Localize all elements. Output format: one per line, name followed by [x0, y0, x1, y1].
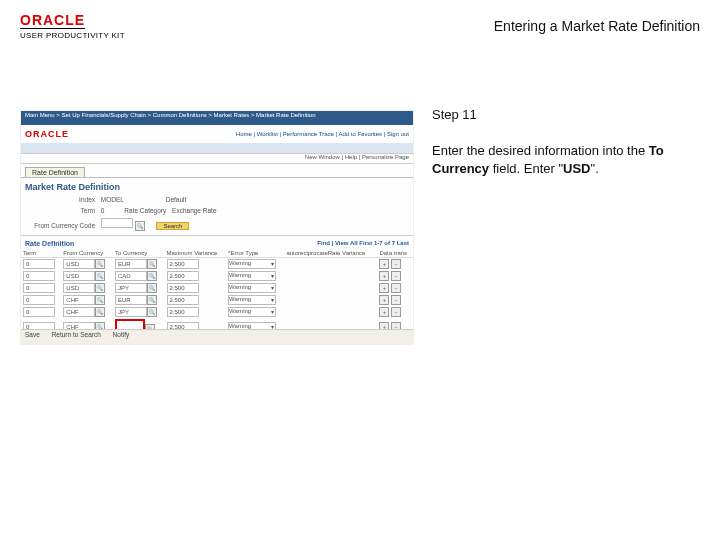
table-row: 0CHF🔍EUR🔍2.500Warning+ − — [21, 294, 413, 306]
rates-heading-text: Rate Definition — [25, 240, 74, 247]
maxvar-input[interactable]: 2.500 — [167, 259, 199, 269]
table-row: 0USD🔍JPY🔍2.500Warning+ − — [21, 282, 413, 294]
lookup-icon[interactable]: 🔍 — [95, 307, 105, 317]
tab-rate-definition[interactable]: Rate Definition — [25, 167, 85, 177]
save-button[interactable]: Save — [25, 331, 40, 338]
notify-button[interactable]: Notify — [113, 331, 130, 338]
lookup-icon[interactable]: 🔍 — [147, 259, 157, 269]
instr-post: ". — [591, 161, 599, 176]
to-cur-input[interactable]: JPY — [115, 307, 147, 317]
errtype-dropdown[interactable]: Warning — [228, 307, 276, 317]
index-label: Index — [25, 196, 95, 203]
maxvar-input[interactable]: 2.500 — [167, 283, 199, 293]
delete-row-icon[interactable]: − — [391, 283, 401, 293]
col-errtype: *Error Type — [226, 249, 284, 258]
section: Market Rate Definition Index MODEL Defau… — [21, 177, 413, 345]
section-title: Market Rate Definition — [21, 178, 413, 194]
lookup-icon[interactable]: 🔍 — [147, 307, 157, 317]
term-input[interactable]: 0 — [23, 295, 55, 305]
from-cur-input[interactable]: USD — [63, 271, 95, 281]
breadcrumb: Main Menu > Set Up Financials/Supply Cha… — [25, 112, 315, 118]
instr-value: USD — [563, 161, 590, 176]
return-button[interactable]: Return to Search — [52, 331, 101, 338]
row-from-cur: From Currency Code 🔍 Search — [21, 216, 413, 233]
app-oracle-logo: ORACLE — [25, 129, 69, 139]
instr-mid: field. Enter " — [489, 161, 563, 176]
app-brand-row: ORACLE Home | Worklist | Performance Tra… — [21, 125, 413, 143]
col-maxvar: Maximum Variance — [165, 249, 227, 258]
search-button[interactable]: Search — [156, 222, 189, 230]
add-row-icon[interactable]: + — [379, 271, 389, 281]
term-input[interactable]: 0 — [23, 259, 55, 269]
errtype-dropdown[interactable]: Warning — [228, 259, 276, 269]
errtype-dropdown[interactable]: Warning — [228, 283, 276, 293]
col-to: To Currency — [113, 249, 165, 258]
instruction-text: Enter the desired information into the T… — [432, 142, 700, 177]
term-label: Term — [25, 207, 95, 214]
from-cur-input[interactable]: USD — [63, 259, 95, 269]
divider — [21, 235, 413, 236]
rates-controls[interactable]: Find | View All First 1-7 of 7 Last — [317, 240, 409, 246]
lookup-icon[interactable]: 🔍 — [95, 259, 105, 269]
index-default: Default — [166, 196, 187, 203]
add-row-icon[interactable]: + — [379, 307, 389, 317]
rates-heading: Rate Definition Find | View All First 1-… — [21, 238, 413, 249]
app-footer: Save Return to Search Notify — [21, 329, 413, 344]
from-cur-input[interactable]: USD — [63, 283, 95, 293]
col-autorecip: autoreciprocateRate Variance — [284, 249, 377, 258]
delete-row-icon[interactable]: − — [391, 271, 401, 281]
lookup-icon[interactable]: 🔍 — [147, 271, 157, 281]
instruction-panel: Step 11 Enter the desired information in… — [432, 107, 700, 177]
lookup-icon[interactable]: 🔍 — [147, 283, 157, 293]
page-title: Entering a Market Rate Definition — [494, 18, 700, 34]
step-label: Step 11 — [432, 107, 700, 122]
term-input[interactable]: 0 — [23, 307, 55, 317]
to-cur-input[interactable]: CAD — [115, 271, 147, 281]
add-row-icon[interactable]: + — [379, 259, 389, 269]
term-input[interactable]: 0 — [23, 271, 55, 281]
to-cur-input[interactable]: JPY — [115, 283, 147, 293]
to-cur-input[interactable]: EUR — [115, 295, 147, 305]
from-cur-label: From Currency Code — [25, 222, 95, 229]
logo-sub: USER PRODUCTIVITY KIT — [20, 31, 125, 40]
to-cur-input[interactable]: EUR — [115, 259, 147, 269]
delete-row-icon[interactable]: − — [391, 307, 401, 317]
row-index: Index MODEL Default — [21, 194, 413, 205]
term-value: 0 — [101, 207, 105, 214]
window-tools[interactable]: New Window | Help | Personalize Page — [21, 153, 413, 164]
table-row: 0CHF🔍JPY🔍2.500Warning+ − — [21, 306, 413, 318]
oracle-logo: ORACLE USER PRODUCTIVITY KIT — [20, 12, 125, 40]
app-subnav — [21, 143, 413, 153]
term-input[interactable]: 0 — [23, 283, 55, 293]
maxvar-input[interactable]: 2.500 — [167, 271, 199, 281]
col-term: Term — [21, 249, 61, 258]
lookup-icon[interactable]: 🔍 — [135, 221, 145, 231]
logo-main: ORACLE — [20, 12, 85, 29]
rate-cat-value: Exchange Rate — [172, 207, 216, 214]
lookup-icon[interactable]: 🔍 — [147, 295, 157, 305]
from-cur-input[interactable]: CHF — [63, 307, 95, 317]
delete-row-icon[interactable]: − — [391, 259, 401, 269]
col-datatrans: Data trans — [377, 249, 413, 258]
app-top-links[interactable]: Home | Worklist | Performance Trace | Ad… — [236, 131, 409, 137]
table-row: 0USD🔍CAD🔍2.500Warning+ − — [21, 270, 413, 282]
errtype-dropdown[interactable]: Warning — [228, 295, 276, 305]
col-from: From Currency — [61, 249, 113, 258]
row-term: Term 0 Rate Category Exchange Rate — [21, 205, 413, 216]
from-cur-input[interactable] — [101, 218, 133, 228]
rate-cat-label: Rate Category — [106, 207, 166, 214]
doc-header: ORACLE USER PRODUCTIVITY KIT Entering a … — [20, 12, 700, 52]
lookup-icon[interactable]: 🔍 — [95, 283, 105, 293]
app-screenshot: Main Menu > Set Up Financials/Supply Cha… — [20, 110, 414, 345]
maxvar-input[interactable]: 2.500 — [167, 307, 199, 317]
instr-pre: Enter the desired information into the — [432, 143, 649, 158]
from-cur-input[interactable]: CHF — [63, 295, 95, 305]
add-row-icon[interactable]: + — [379, 295, 389, 305]
delete-row-icon[interactable]: − — [391, 295, 401, 305]
breadcrumb-bar: Main Menu > Set Up Financials/Supply Cha… — [21, 111, 413, 125]
errtype-dropdown[interactable]: Warning — [228, 271, 276, 281]
maxvar-input[interactable]: 2.500 — [167, 295, 199, 305]
lookup-icon[interactable]: 🔍 — [95, 295, 105, 305]
lookup-icon[interactable]: 🔍 — [95, 271, 105, 281]
add-row-icon[interactable]: + — [379, 283, 389, 293]
